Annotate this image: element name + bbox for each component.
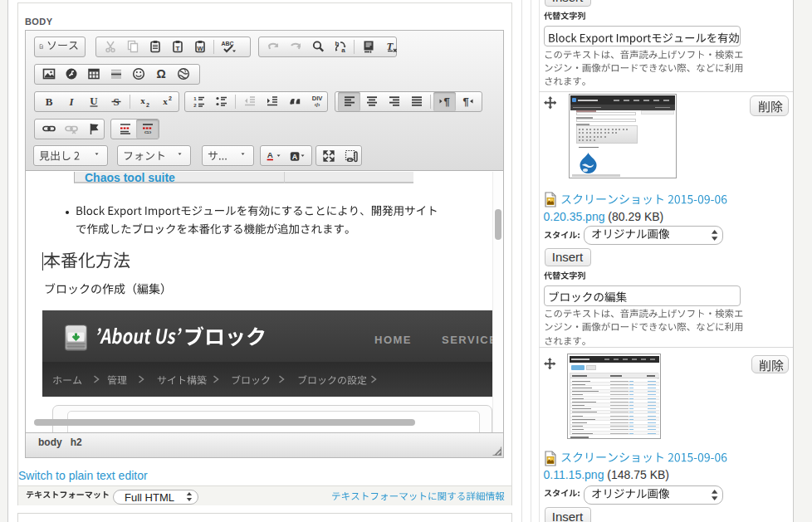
svg-text:T: T xyxy=(175,45,179,52)
svg-text:‹›: ‹› xyxy=(41,46,42,49)
svg-text:‹≈›: ‹≈› xyxy=(144,129,151,135)
svg-text:1: 1 xyxy=(193,96,197,101)
svg-text:2: 2 xyxy=(193,103,197,108)
svg-text:2: 2 xyxy=(146,102,149,108)
svg-text:A: A xyxy=(291,152,297,160)
svg-text:x: x xyxy=(140,95,145,105)
svg-text:‹/›: ‹/› xyxy=(314,102,320,108)
svg-text:¶: ¶ xyxy=(462,95,468,108)
svg-text:I: I xyxy=(68,95,74,108)
svg-text:2: 2 xyxy=(169,95,172,101)
svg-text:T: T xyxy=(386,40,394,52)
svg-text:A: A xyxy=(267,150,272,159)
svg-text:¶: ¶ xyxy=(443,95,449,108)
svg-text:B: B xyxy=(45,95,52,108)
svg-text:x: x xyxy=(163,96,168,106)
svg-text:W: W xyxy=(197,45,203,52)
svg-text:Ω: Ω xyxy=(156,67,165,80)
svg-text:U: U xyxy=(90,95,98,107)
